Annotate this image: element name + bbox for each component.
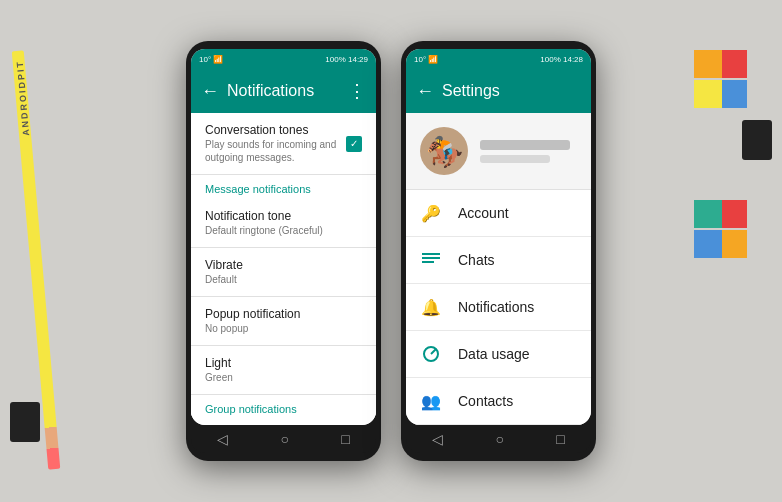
phone1-status-right: 100% 14:29 (325, 55, 368, 64)
chat-icon (420, 249, 442, 271)
setting-light-text: Light Green (205, 356, 233, 384)
setting-notification-tone[interactable]: Notification tone Default ringtone (Grac… (191, 199, 376, 248)
setting-light[interactable]: Light Green (191, 346, 376, 395)
data-usage-icon (420, 343, 442, 365)
settings-contacts-item[interactable]: 👥 Contacts (406, 378, 591, 425)
phone1-top-bar: ← Notifications ⋮ (191, 69, 376, 113)
setting-popup-text: Popup notification No popup (205, 307, 300, 335)
phone2-signal-icon: 📶 (428, 55, 438, 64)
phone1-status-bar: 10° 📶 100% 14:29 (191, 49, 376, 69)
phone1-home-nav[interactable]: ○ (281, 431, 289, 447)
phone2-home-nav[interactable]: ○ (496, 431, 504, 447)
setting-vibrate-subtitle: Default (205, 273, 243, 286)
setting-conversation-tones-text: Conversation tones Play sounds for incom… (205, 123, 346, 164)
phone-settings: 10° 📶 100% 14:28 ← Settings 🏇 (401, 41, 596, 461)
avatar-emoji: 🏇 (426, 134, 463, 169)
setting-notification-tone-subtitle: Default ringtone (Graceful) (205, 224, 323, 237)
section-message-notifications: Message notifications (191, 175, 376, 199)
phone1-content: Conversation tones Play sounds for incom… (191, 113, 376, 425)
block-orange (694, 50, 722, 78)
section-group-notifications: Group notifications (191, 395, 376, 419)
settings-profile[interactable]: 🏇 (406, 113, 591, 190)
setting-conversation-tones-title: Conversation tones (205, 123, 346, 137)
phone2-screen: 10° 📶 100% 14:28 ← Settings 🏇 (406, 49, 591, 425)
svg-line-4 (431, 349, 436, 354)
settings-notifications-label: Notifications (458, 299, 534, 315)
phone2-recent-nav[interactable]: □ (556, 431, 564, 447)
setting-vibrate[interactable]: Vibrate Default (191, 248, 376, 297)
settings-chats-label: Chats (458, 252, 495, 268)
phone-notifications: 10° 📶 100% 14:29 ← Notifications ⋮ Conve… (186, 41, 381, 461)
phone1-screen: 10° 📶 100% 14:29 ← Notifications ⋮ Conve… (191, 49, 376, 425)
block-blue (719, 80, 747, 108)
profile-status-blurred (480, 155, 550, 163)
setting-vibrate-title: Vibrate (205, 258, 243, 272)
settings-account-label: Account (458, 205, 509, 221)
settings-notifications-item[interactable]: 🔔 Notifications (406, 284, 591, 331)
block-yellow (694, 80, 722, 108)
svg-rect-1 (422, 257, 440, 259)
phone2-title: Settings (442, 82, 581, 100)
phone1-title: Notifications (227, 82, 340, 100)
avatar: 🏇 (420, 127, 468, 175)
settings-data-usage-item[interactable]: Data usage (406, 331, 591, 378)
binder-clip-right (742, 120, 772, 160)
setting-conversation-tones[interactable]: Conversation tones Play sounds for incom… (191, 113, 376, 175)
svg-rect-0 (422, 253, 440, 255)
block-orange2 (719, 230, 747, 258)
phone1-more-button[interactable]: ⋮ (348, 80, 366, 102)
phone1-temp: 10° (199, 55, 211, 64)
phone2-nav-bar: ◁ ○ □ (406, 425, 591, 453)
settings-account-item[interactable]: 🔑 Account (406, 190, 591, 237)
phone1-battery-time: 100% 14:29 (325, 55, 368, 64)
svg-rect-2 (422, 261, 434, 263)
key-icon: 🔑 (420, 202, 442, 224)
phone2-temp: 10° (414, 55, 426, 64)
conversation-tones-checkbox[interactable] (346, 136, 362, 152)
block-red2 (719, 200, 747, 228)
phone2-status-bar: 10° 📶 100% 14:28 (406, 49, 591, 69)
phone1-back-nav[interactable]: ◁ (217, 431, 228, 447)
phone1-nav-bar: ◁ ○ □ (191, 425, 376, 453)
profile-info (480, 140, 577, 163)
block-blue2 (694, 230, 722, 258)
block-teal (694, 200, 722, 228)
setting-popup[interactable]: Popup notification No popup (191, 297, 376, 346)
phone2-top-bar: ← Settings (406, 69, 591, 113)
setting-vibrate-text: Vibrate Default (205, 258, 243, 286)
phone2-back-nav[interactable]: ◁ (432, 431, 443, 447)
desktop: ANDROIDPIT 10° 📶 100% 14:29 ← Notifica (0, 0, 782, 502)
setting-conversation-tones-subtitle: Play sounds for incoming and outgoing me… (205, 138, 346, 164)
setting-light-title: Light (205, 356, 233, 370)
setting-light-subtitle: Green (205, 371, 233, 384)
contacts-icon: 👥 (420, 390, 442, 412)
phone1-recent-nav[interactable]: □ (341, 431, 349, 447)
settings-chats-item[interactable]: Chats (406, 237, 591, 284)
phone2-back-button[interactable]: ← (416, 81, 434, 102)
phone1-status-left: 10° 📶 (199, 55, 223, 64)
phone2-battery-time: 100% 14:28 (540, 55, 583, 64)
profile-name-blurred (480, 140, 570, 150)
setting-notification-tone-title: Notification tone (205, 209, 323, 223)
setting-popup-subtitle: No popup (205, 322, 300, 335)
setting-notification-tone-text: Notification tone Default ringtone (Grac… (205, 209, 323, 237)
phone2-status-right: 100% 14:28 (540, 55, 583, 64)
block-red (719, 50, 747, 78)
bell-icon: 🔔 (420, 296, 442, 318)
phone1-back-button[interactable]: ← (201, 81, 219, 102)
settings-data-label: Data usage (458, 346, 530, 362)
setting-popup-title: Popup notification (205, 307, 300, 321)
avatar-image: 🏇 (420, 127, 468, 175)
phone1-signal-icon: 📶 (213, 55, 223, 64)
phone2-status-left: 10° 📶 (414, 55, 438, 64)
settings-contacts-label: Contacts (458, 393, 513, 409)
binder-clip-left (10, 402, 40, 442)
settings-menu: 🔑 Account Chats 🔔 Notificatio (406, 190, 591, 425)
